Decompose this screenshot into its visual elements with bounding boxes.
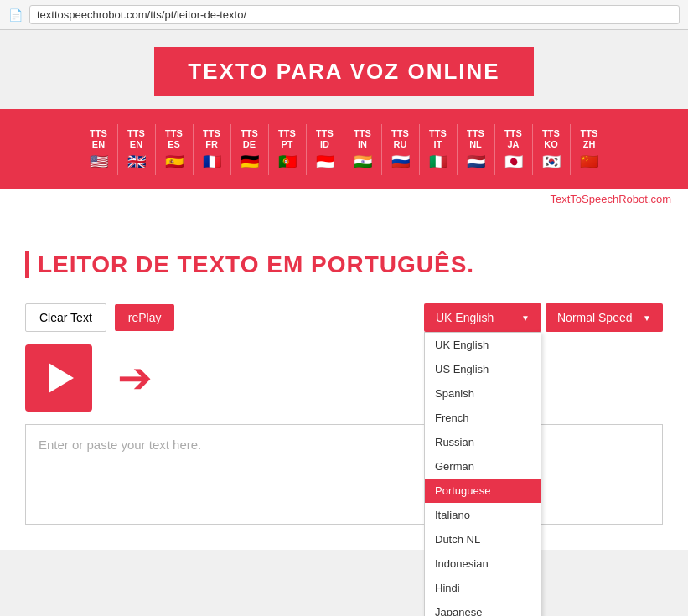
language-dropdown-button[interactable]: UK English ▼: [424, 303, 541, 332]
main-section: LEITOR DE TEXTO EM PORTUGUÊS. Clear Text…: [0, 235, 688, 550]
tts-nav-fr[interactable]: TTS FR 🇫🇷: [194, 124, 231, 175]
speed-dropdown-wrapper: Normal Speed ▼: [546, 303, 663, 332]
tts-nav-zh[interactable]: TTS ZH 🇨🇳: [571, 124, 608, 175]
lang-option-italiano[interactable]: Italiano: [425, 503, 541, 527]
header-banner: TEXTO PARA VOZ ONLINE: [0, 30, 688, 109]
arrow-right-icon: ➔: [117, 357, 153, 399]
page-content: TEXTO PARA VOZ ONLINE TTS EN 🇺🇸 TTS EN 🇬…: [0, 30, 688, 550]
lang-option-german[interactable]: German: [425, 454, 541, 479]
tts-nav-ja[interactable]: TTS JA 🇯🇵: [495, 124, 533, 175]
page-heading: LEITOR DE TEXTO EM PORTUGUÊS.: [25, 251, 663, 278]
browser-bar: 📄 texttospeechrobot.com/tts/pt/leitor-de…: [0, 0, 688, 30]
speed-selected-label: Normal Speed: [557, 311, 633, 324]
tts-nav-ko[interactable]: TTS KO 🇰🇷: [533, 124, 571, 175]
chevron-down-icon: ▼: [521, 313, 530, 323]
tts-nav-it[interactable]: TTS IT 🇮🇹: [420, 124, 458, 175]
url-bar[interactable]: texttospeechrobot.com/tts/pt/leitor-de-t…: [29, 5, 680, 24]
lang-option-uk-english[interactable]: UK English: [425, 333, 541, 357]
tts-nav-de[interactable]: TTS DE 🇩🇪: [231, 124, 269, 175]
tts-nav-en-us[interactable]: TTS EN 🇺🇸: [80, 124, 118, 175]
lang-option-spanish[interactable]: Spanish: [425, 381, 541, 406]
play-button[interactable]: [25, 344, 92, 412]
text-input-area[interactable]: Enter or paste your text here.: [25, 424, 663, 525]
tts-nav-en-gb[interactable]: TTS EN 🇬🇧: [118, 124, 156, 175]
watermark: TextToSpeechRobot.com: [0, 189, 688, 210]
speed-dropdown-button[interactable]: Normal Speed ▼: [546, 303, 663, 332]
tts-nav-nl[interactable]: TTS NL 🇳🇱: [458, 124, 495, 175]
speed-chevron-down-icon: ▼: [643, 313, 651, 323]
lang-option-portuguese[interactable]: Portuguese: [425, 479, 541, 503]
tts-nav-id[interactable]: TTS ID 🇮🇩: [307, 124, 344, 175]
tts-nav-es[interactable]: TTS ES 🇪🇸: [156, 124, 194, 175]
lang-option-russian[interactable]: Russian: [425, 430, 541, 454]
tts-nav-ru[interactable]: TTS RU 🇷🇺: [382, 124, 420, 175]
lang-option-dutch-nl[interactable]: Dutch NL: [425, 527, 541, 551]
controls-row: Clear Text rePlay UK English ▼ UK Englis…: [25, 303, 663, 332]
play-icon: [49, 363, 74, 393]
play-area: ➔: [25, 344, 663, 412]
page-icon: 📄: [8, 8, 23, 22]
tts-nav-pt[interactable]: TTS PT 🇵🇹: [269, 124, 307, 175]
lang-option-french[interactable]: French: [425, 406, 541, 430]
lang-option-indonesian[interactable]: Indonesian: [425, 551, 541, 576]
lang-option-japanese[interactable]: Japanese: [425, 600, 541, 616]
lang-option-us-english[interactable]: US English: [425, 357, 541, 381]
language-dropdown-menu: UK English US English Spanish French Rus…: [424, 332, 541, 616]
site-title: TEXTO PARA VOZ ONLINE: [154, 47, 533, 96]
tts-nav-in[interactable]: TTS IN 🇮🇳: [344, 124, 382, 175]
language-dropdown-wrapper: UK English ▼ UK English US English Spani…: [424, 303, 541, 332]
textarea-placeholder: Enter or paste your text here.: [39, 437, 201, 452]
lang-option-hindi[interactable]: Hindi: [425, 576, 541, 600]
clear-text-button[interactable]: Clear Text: [25, 303, 106, 332]
dropdown-section: UK English ▼ UK English US English Spani…: [424, 303, 663, 332]
language-selected-label: UK English: [436, 311, 494, 324]
tts-nav: TTS EN 🇺🇸 TTS EN 🇬🇧 TTS ES 🇪🇸 TTS FR 🇫🇷 …: [0, 109, 688, 189]
replay-button[interactable]: rePlay: [115, 304, 175, 331]
